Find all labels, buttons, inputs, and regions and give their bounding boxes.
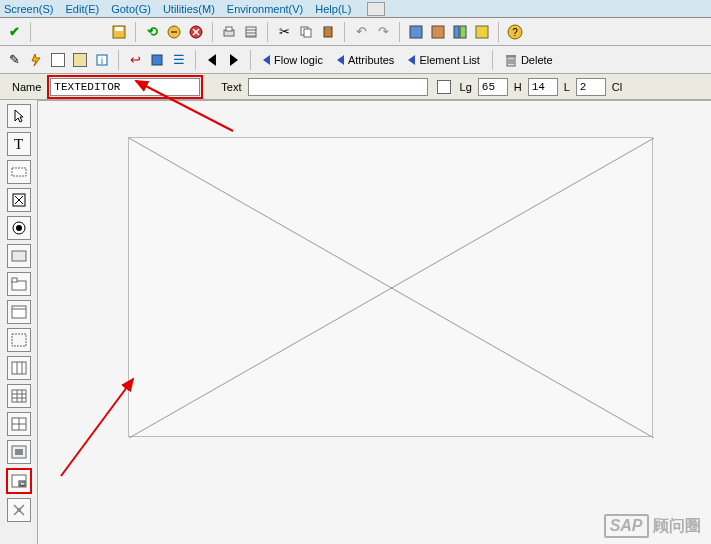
h-label: H: [514, 81, 522, 93]
svg-rect-13: [454, 26, 459, 38]
copy-icon[interactable]: [296, 22, 316, 42]
trash-icon: [505, 53, 517, 67]
menu-help[interactable]: Help(L): [315, 3, 351, 15]
layout-4-icon[interactable]: [472, 22, 492, 42]
save-icon[interactable]: [109, 22, 129, 42]
svg-point-40: [17, 508, 21, 512]
undo-icon[interactable]: ↶: [351, 22, 371, 42]
svg-rect-1: [115, 27, 123, 31]
side-toolbar: T C: [0, 100, 38, 544]
tabstrip-tool[interactable]: [7, 272, 31, 296]
text-input[interactable]: [248, 78, 428, 96]
checkbox-tool[interactable]: [7, 188, 31, 212]
separator: [30, 22, 31, 42]
svg-rect-27: [12, 251, 26, 261]
menu-edit[interactable]: Edit(E): [66, 3, 100, 15]
svg-rect-22: [506, 55, 516, 57]
nav-next-icon[interactable]: [224, 50, 244, 70]
custom-control-placeholder[interactable]: [128, 137, 653, 437]
nav-prev-icon[interactable]: [202, 50, 222, 70]
layout-2-icon[interactable]: [428, 22, 448, 42]
arrow-left-icon: [337, 55, 344, 65]
box-tool[interactable]: [7, 300, 31, 324]
find-icon[interactable]: [241, 22, 261, 42]
attributes-label: Attributes: [348, 54, 394, 66]
svg-text:i: i: [101, 56, 103, 66]
separator: [135, 22, 136, 42]
radio-tool[interactable]: [7, 216, 31, 240]
separator: [250, 50, 251, 70]
menu-environment[interactable]: Environment(V): [227, 3, 303, 15]
next-screen-icon[interactable]: [147, 50, 167, 70]
delete-label: Delete: [521, 54, 553, 66]
h-input[interactable]: [528, 78, 558, 96]
separator: [344, 22, 345, 42]
svg-rect-15: [476, 26, 488, 38]
check-icon[interactable]: ✔: [4, 22, 24, 42]
svg-text:C: C: [19, 481, 24, 487]
where-used-icon[interactable]: i: [92, 50, 112, 70]
element-list-label: Element List: [419, 54, 480, 66]
menu-goto[interactable]: Goto(G): [111, 3, 151, 15]
menu-placeholder-icon: [367, 2, 385, 16]
layout-canvas[interactable]: SAP 顾问圈: [38, 100, 711, 544]
separator: [492, 50, 493, 70]
test-icon[interactable]: [48, 50, 68, 70]
menu-bar: Screen(S) Edit(E) Goto(G) Utilities(M) E…: [0, 0, 711, 18]
l-input[interactable]: [576, 78, 606, 96]
input-tool[interactable]: [7, 160, 31, 184]
attributes-button[interactable]: Attributes: [331, 52, 400, 68]
menu-utilities[interactable]: Utilities(M): [163, 3, 215, 15]
separator: [267, 22, 268, 42]
lg-label: Lg: [460, 81, 472, 93]
svg-rect-30: [12, 306, 26, 318]
svg-rect-10: [326, 26, 330, 29]
custom-control-tool[interactable]: C: [6, 468, 32, 494]
pointer-tool[interactable]: [7, 104, 31, 128]
menu-screen[interactable]: Screen(S): [4, 3, 54, 15]
activate-icon[interactable]: [26, 50, 46, 70]
svg-rect-29: [12, 278, 17, 282]
edit-icon[interactable]: ✎: [4, 50, 24, 70]
exit-icon[interactable]: [164, 22, 184, 42]
element-list-button[interactable]: Element List: [402, 52, 486, 68]
back-icon[interactable]: ⟲: [142, 22, 162, 42]
layout-1-icon[interactable]: [406, 22, 426, 42]
svg-rect-33: [12, 390, 26, 402]
text-picker-icon[interactable]: [434, 77, 454, 97]
delete-button[interactable]: Delete: [499, 51, 559, 69]
subscreen-tool[interactable]: [7, 328, 31, 352]
cl-label: Cl: [612, 81, 622, 93]
svg-rect-31: [12, 334, 26, 346]
svg-rect-32: [12, 362, 26, 374]
icon-tool[interactable]: [7, 440, 31, 464]
help-icon[interactable]: ?: [505, 22, 525, 42]
svg-line-44: [61, 379, 133, 476]
status-tool[interactable]: [7, 498, 31, 522]
annotation-arrow-1: [128, 76, 238, 136]
grid-tool[interactable]: [7, 384, 31, 408]
svg-rect-20: [152, 55, 162, 65]
overview-icon[interactable]: ☰: [169, 50, 189, 70]
button-tool[interactable]: [7, 244, 31, 268]
separator: [212, 22, 213, 42]
text-tool[interactable]: T: [7, 132, 31, 156]
table-tool[interactable]: [7, 356, 31, 380]
layout-3-icon[interactable]: [450, 22, 470, 42]
arrow-left-icon: [408, 55, 415, 65]
name-label: Name: [12, 81, 41, 93]
redo-icon[interactable]: ↷: [373, 22, 393, 42]
tool-icon[interactable]: [70, 50, 90, 70]
separator: [498, 22, 499, 42]
paste-icon[interactable]: [318, 22, 338, 42]
step-tool[interactable]: [7, 412, 31, 436]
cut-icon[interactable]: ✂: [274, 22, 294, 42]
watermark-cn: 顾问圈: [653, 517, 701, 534]
flow-logic-button[interactable]: Flow logic: [257, 52, 329, 68]
cancel-icon[interactable]: [186, 22, 206, 42]
lg-input[interactable]: [478, 78, 508, 96]
print-icon[interactable]: [219, 22, 239, 42]
separator: [195, 50, 196, 70]
svg-rect-36: [15, 449, 23, 455]
prev-screen-icon[interactable]: ↩: [125, 50, 145, 70]
